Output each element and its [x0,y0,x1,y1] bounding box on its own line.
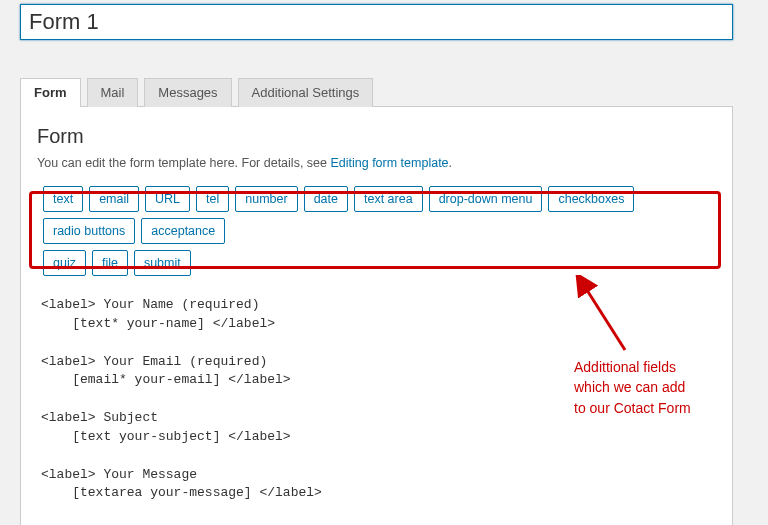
tag-button-date[interactable]: date [304,186,348,212]
desc-suffix: . [449,156,452,170]
tabs-nav: Form Mail Messages Additional Settings [20,78,768,107]
tag-button-file[interactable]: file [92,250,128,276]
tag-button-radio-buttons[interactable]: radio buttons [43,218,135,244]
tag-button-quiz[interactable]: quiz [43,250,86,276]
tag-button-number[interactable]: number [235,186,297,212]
tag-button-text[interactable]: text [43,186,83,212]
tab-messages[interactable]: Messages [144,78,231,107]
tag-button-email[interactable]: email [89,186,139,212]
tag-button-acceptance[interactable]: acceptance [141,218,225,244]
tag-button-drop-down-menu[interactable]: drop-down menu [429,186,543,212]
editing-template-link[interactable]: Editing form template [330,156,448,170]
tag-button-URL[interactable]: URL [145,186,190,212]
tab-mail[interactable]: Mail [87,78,139,107]
tab-form[interactable]: Form [20,78,81,107]
tag-button-text-area[interactable]: text area [354,186,423,212]
tag-button-submit[interactable]: submit [134,250,191,276]
tag-button-tel[interactable]: tel [196,186,229,212]
panel-description: You can edit the form template here. For… [37,156,716,170]
tag-row-2: quizfilesubmit [43,250,710,276]
form-template-textarea[interactable]: <label> Your Name (required) [text* your… [37,294,716,525]
desc-prefix: You can edit the form template here. For… [37,156,330,170]
tag-generator-area: textemailURLtelnumberdatetext areadrop-d… [37,178,716,288]
tab-additional-settings[interactable]: Additional Settings [238,78,374,107]
tag-row-1: textemailURLtelnumberdatetext areadrop-d… [43,186,710,244]
form-panel: Form You can edit the form template here… [20,106,733,525]
form-title-input[interactable] [20,4,733,40]
panel-heading: Form [37,125,716,148]
tag-button-checkboxes[interactable]: checkboxes [548,186,634,212]
